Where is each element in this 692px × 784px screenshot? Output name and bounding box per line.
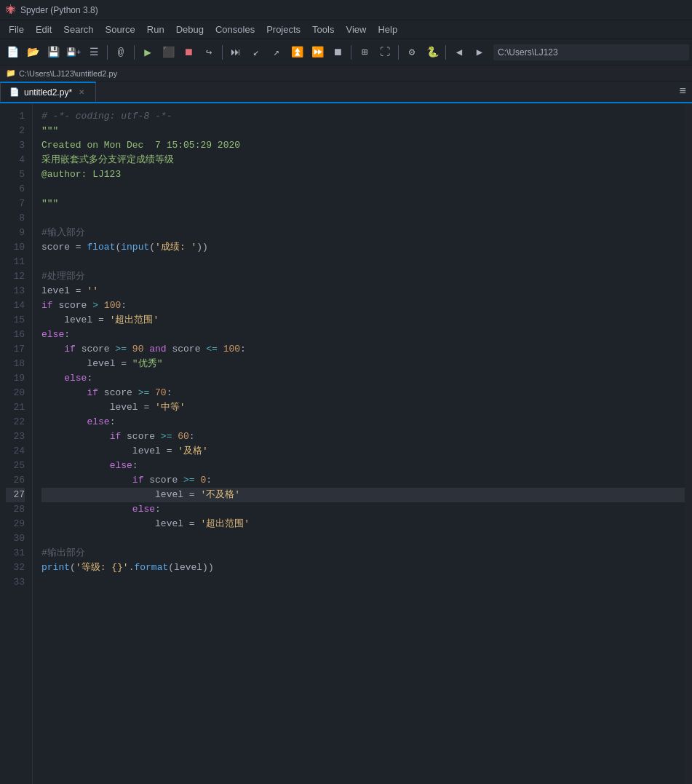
line-num-19: 19 bbox=[6, 371, 25, 386]
menu-help[interactable]: Help bbox=[372, 23, 403, 36]
back-button[interactable]: ◀ bbox=[450, 43, 469, 62]
code-line-11 bbox=[41, 255, 685, 269]
code-line-23: if score >= 60: bbox=[41, 429, 685, 444]
debug-step-out[interactable]: ⏫ bbox=[287, 43, 306, 62]
preferences-button[interactable]: ⚙ bbox=[402, 43, 421, 62]
code-line-3: Created on Mon Dec 7 15:05:29 2020 bbox=[41, 138, 685, 153]
code-line-33 bbox=[41, 575, 685, 590]
new-file-button[interactable]: 📄 bbox=[3, 43, 22, 62]
code-content[interactable]: # -*- coding: utf-8 -*- """ Created on M… bbox=[33, 103, 685, 784]
line-num-29: 29 bbox=[6, 517, 25, 531]
line-num-4: 4 bbox=[6, 153, 25, 167]
line-num-8: 8 bbox=[6, 211, 25, 226]
code-line-19: else: bbox=[41, 371, 685, 386]
folder-icon: 📁 bbox=[6, 68, 16, 78]
line-numbers: 1 2 3 4 5 6 7 8 9 10 11 12 13 14 15 16 1… bbox=[0, 103, 33, 784]
line-num-28: 28 bbox=[6, 502, 25, 517]
step-button[interactable]: ↪ bbox=[199, 43, 218, 62]
save-button[interactable]: 💾 bbox=[44, 43, 63, 62]
line-num-6: 6 bbox=[6, 182, 25, 197]
line-num-32: 32 bbox=[6, 561, 25, 575]
line-num-24: 24 bbox=[6, 444, 25, 459]
tab-close-button[interactable]: ✕ bbox=[76, 87, 87, 98]
scrollbar[interactable] bbox=[685, 103, 692, 784]
line-num-7: 7 bbox=[6, 197, 25, 211]
line-num-30: 30 bbox=[6, 531, 25, 546]
open-file-button[interactable]: 📂 bbox=[23, 43, 42, 62]
toolbar-sep-3 bbox=[222, 45, 223, 60]
tab-untitled2[interactable]: 📄 untitled2.py* ✕ bbox=[0, 82, 96, 102]
menu-run[interactable]: Run bbox=[141, 23, 170, 36]
line-num-1: 1 bbox=[6, 109, 25, 124]
code-line-27: level = '不及格' bbox=[41, 488, 685, 502]
menu-consoles[interactable]: Consoles bbox=[210, 23, 261, 36]
code-line-6 bbox=[41, 182, 685, 197]
code-line-4: 采用嵌套式多分支评定成绩等级 bbox=[41, 153, 685, 167]
code-line-16: else: bbox=[41, 328, 685, 342]
at-button[interactable]: @ bbox=[111, 43, 130, 62]
python-button[interactable]: 🐍 bbox=[423, 43, 442, 62]
line-num-16: 16 bbox=[6, 328, 25, 342]
menu-bar: File Edit Search Source Run Debug Consol… bbox=[0, 20, 692, 39]
code-line-31: #输出部分 bbox=[41, 546, 685, 561]
line-num-20: 20 bbox=[6, 386, 25, 400]
menu-edit[interactable]: Edit bbox=[30, 23, 57, 36]
line-num-27: 27 bbox=[6, 488, 25, 502]
stop-button[interactable]: ⏹ bbox=[179, 43, 198, 62]
title-text: Spyder (Python 3.8) bbox=[20, 5, 98, 15]
code-line-26: if score >= 0: bbox=[41, 473, 685, 488]
run-file-button[interactable]: ⬛ bbox=[159, 43, 178, 62]
tab-label: untitled2.py* bbox=[24, 87, 72, 98]
line-num-2: 2 bbox=[6, 124, 25, 138]
menu-tools[interactable]: Tools bbox=[306, 23, 340, 36]
debug-step-over[interactable]: ↗ bbox=[267, 43, 286, 62]
line-num-26: 26 bbox=[6, 473, 25, 488]
toolbar-sep-5 bbox=[398, 45, 399, 60]
address-bar[interactable] bbox=[493, 44, 689, 60]
toolbar-sep-1 bbox=[107, 45, 108, 60]
code-line-13: level = '' bbox=[41, 284, 685, 298]
line-num-11: 11 bbox=[6, 255, 25, 269]
debug-continue[interactable]: ⏩ bbox=[308, 43, 327, 62]
line-num-22: 22 bbox=[6, 415, 25, 429]
line-num-10: 10 bbox=[6, 240, 25, 255]
menu-source[interactable]: Source bbox=[100, 23, 141, 36]
line-num-12: 12 bbox=[6, 269, 25, 284]
code-line-28: else: bbox=[41, 502, 685, 517]
code-line-10: score = float(input('成绩: ')) bbox=[41, 240, 685, 255]
toolbar-sep-6 bbox=[445, 45, 446, 60]
tab-menu-button[interactable]: ≡ bbox=[673, 82, 692, 102]
menu-file[interactable]: File bbox=[3, 23, 30, 36]
forward-button[interactable]: ▶ bbox=[470, 43, 489, 62]
browse-tabs-button[interactable]: ☰ bbox=[84, 43, 103, 62]
line-num-21: 21 bbox=[6, 400, 25, 415]
debug-run-button[interactable]: ⏭ bbox=[226, 43, 245, 62]
code-line-8 bbox=[41, 211, 685, 226]
toolbar: 📄 📂 💾 💾+ ☰ @ ▶ ⬛ ⏹ ↪ ⏭ ↙ ↗ ⏫ ⏩ ⏹ ⊞ ⛶ ⚙ 🐍… bbox=[0, 39, 692, 66]
code-line-14: if score > 100: bbox=[41, 298, 685, 313]
menu-search[interactable]: Search bbox=[57, 23, 99, 36]
code-line-30 bbox=[41, 531, 685, 546]
debug-step-into[interactable]: ↙ bbox=[247, 43, 266, 62]
run-button[interactable]: ▶ bbox=[138, 43, 157, 62]
breadcrumb: 📁 C:\Users\LJ123\untitled2.py bbox=[0, 66, 692, 82]
title-bar: 🕷 Spyder (Python 3.8) bbox=[0, 0, 692, 20]
editor: 1 2 3 4 5 6 7 8 9 10 11 12 13 14 15 16 1… bbox=[0, 103, 692, 784]
line-num-13: 13 bbox=[6, 284, 25, 298]
line-num-18: 18 bbox=[6, 357, 25, 371]
code-line-17: if score >= 90 and score <= 100: bbox=[41, 342, 685, 357]
menu-projects[interactable]: Projects bbox=[261, 23, 306, 36]
debug-stop[interactable]: ⏹ bbox=[328, 43, 347, 62]
menu-view[interactable]: View bbox=[340, 23, 372, 36]
fullscreen-button[interactable]: ⛶ bbox=[375, 43, 394, 62]
save-all-button[interactable]: 💾+ bbox=[64, 43, 83, 62]
line-num-33: 33 bbox=[6, 575, 25, 590]
code-line-1: # -*- coding: utf-8 -*- bbox=[41, 109, 685, 124]
line-num-14: 14 bbox=[6, 298, 25, 313]
code-line-9: #输入部分 bbox=[41, 226, 685, 240]
indent-button[interactable]: ⊞ bbox=[355, 43, 374, 62]
code-line-2: """ bbox=[41, 124, 685, 138]
menu-debug[interactable]: Debug bbox=[170, 23, 210, 36]
tab-bar: 📄 untitled2.py* ✕ ≡ bbox=[0, 82, 692, 103]
code-line-21: level = '中等' bbox=[41, 400, 685, 415]
